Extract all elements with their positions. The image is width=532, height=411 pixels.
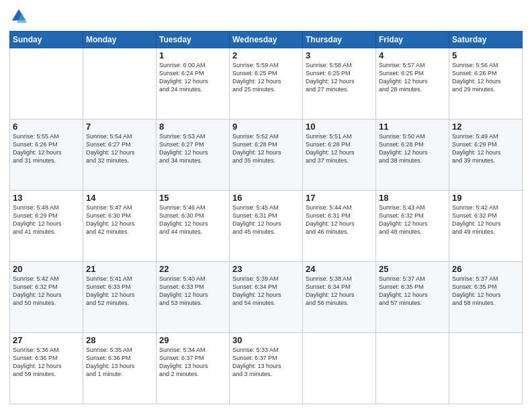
day-info: Sunrise: 5:36 AM Sunset: 6:36 PM Dayligh… [13, 346, 80, 379]
day-number: 23 [232, 264, 300, 274]
day-info: Sunrise: 5:42 AM Sunset: 6:32 PM Dayligh… [452, 203, 519, 236]
day-number: 19 [452, 193, 519, 203]
day-info: Sunrise: 5:33 AM Sunset: 6:37 PM Dayligh… [232, 346, 300, 379]
calendar-cell: 11Sunrise: 5:50 AM Sunset: 6:28 PM Dayli… [376, 120, 449, 191]
calendar-cell: 20Sunrise: 5:42 AM Sunset: 6:32 PM Dayli… [10, 262, 83, 333]
calendar-cell: 4Sunrise: 5:57 AM Sunset: 6:25 PM Daylig… [376, 48, 449, 120]
day-number: 17 [306, 193, 373, 203]
day-number: 21 [86, 264, 153, 274]
calendar-cell [376, 333, 449, 404]
day-info: Sunrise: 5:38 AM Sunset: 6:34 PM Dayligh… [306, 275, 373, 308]
day-number: 5 [452, 50, 519, 60]
calendar-cell: 23Sunrise: 5:39 AM Sunset: 6:34 PM Dayli… [230, 262, 303, 333]
day-info: Sunrise: 5:48 AM Sunset: 6:29 PM Dayligh… [13, 203, 80, 236]
calendar-table: SundayMondayTuesdayWednesdayThursdayFrid… [9, 31, 523, 404]
calendar-day-header: Wednesday [230, 32, 303, 48]
calendar-cell: 17Sunrise: 5:44 AM Sunset: 6:31 PM Dayli… [303, 191, 376, 262]
day-info: Sunrise: 6:00 AM Sunset: 6:24 PM Dayligh… [159, 61, 226, 94]
day-info: Sunrise: 5:58 AM Sunset: 6:25 PM Dayligh… [306, 61, 373, 94]
day-info: Sunrise: 5:37 AM Sunset: 6:35 PM Dayligh… [379, 275, 446, 308]
day-info: Sunrise: 5:45 AM Sunset: 6:31 PM Dayligh… [232, 203, 300, 236]
calendar-cell: 13Sunrise: 5:48 AM Sunset: 6:29 PM Dayli… [10, 191, 83, 262]
calendar-day-header: Saturday [449, 32, 523, 48]
day-info: Sunrise: 5:40 AM Sunset: 6:33 PM Dayligh… [159, 275, 226, 308]
day-info: Sunrise: 5:52 AM Sunset: 6:28 PM Dayligh… [232, 132, 300, 165]
day-info: Sunrise: 5:44 AM Sunset: 6:31 PM Dayligh… [306, 203, 373, 236]
calendar-cell: 22Sunrise: 5:40 AM Sunset: 6:33 PM Dayli… [157, 262, 230, 333]
calendar-day-header: Thursday [303, 32, 376, 48]
day-number: 13 [13, 193, 80, 203]
calendar-cell [83, 48, 157, 120]
calendar-cell [303, 333, 376, 404]
day-number: 6 [13, 122, 80, 132]
calendar-cell: 26Sunrise: 5:37 AM Sunset: 6:35 PM Dayli… [449, 262, 523, 333]
day-number: 14 [86, 193, 153, 203]
day-number: 4 [379, 50, 446, 60]
logo-icon [9, 7, 28, 26]
calendar-week-row: 20Sunrise: 5:42 AM Sunset: 6:32 PM Dayli… [10, 262, 523, 333]
day-info: Sunrise: 5:37 AM Sunset: 6:35 PM Dayligh… [452, 275, 519, 308]
day-number: 22 [159, 264, 226, 274]
day-info: Sunrise: 5:35 AM Sunset: 6:36 PM Dayligh… [86, 346, 153, 379]
day-number: 20 [13, 264, 80, 274]
day-number: 15 [159, 193, 226, 203]
day-number: 12 [452, 122, 519, 132]
day-info: Sunrise: 5:55 AM Sunset: 6:26 PM Dayligh… [13, 132, 80, 165]
calendar-day-header: Friday [376, 32, 449, 48]
calendar-week-row: 6Sunrise: 5:55 AM Sunset: 6:26 PM Daylig… [10, 120, 523, 191]
day-info: Sunrise: 5:42 AM Sunset: 6:32 PM Dayligh… [13, 275, 80, 308]
day-number: 7 [86, 122, 153, 132]
calendar-cell: 5Sunrise: 5:56 AM Sunset: 6:26 PM Daylig… [449, 48, 523, 120]
calendar-cell: 12Sunrise: 5:49 AM Sunset: 6:29 PM Dayli… [449, 120, 523, 191]
calendar-cell: 2Sunrise: 5:59 AM Sunset: 6:25 PM Daylig… [230, 48, 303, 120]
day-number: 18 [379, 193, 446, 203]
calendar-cell [10, 48, 83, 120]
calendar-cell: 7Sunrise: 5:54 AM Sunset: 6:27 PM Daylig… [83, 120, 157, 191]
calendar-cell: 3Sunrise: 5:58 AM Sunset: 6:25 PM Daylig… [303, 48, 376, 120]
day-info: Sunrise: 5:39 AM Sunset: 6:34 PM Dayligh… [232, 275, 300, 308]
calendar-week-row: 1Sunrise: 6:00 AM Sunset: 6:24 PM Daylig… [10, 48, 523, 120]
day-number: 3 [306, 50, 373, 60]
day-number: 26 [452, 264, 519, 274]
day-info: Sunrise: 5:43 AM Sunset: 6:32 PM Dayligh… [379, 203, 446, 236]
calendar-cell: 18Sunrise: 5:43 AM Sunset: 6:32 PM Dayli… [376, 191, 449, 262]
day-info: Sunrise: 5:56 AM Sunset: 6:26 PM Dayligh… [452, 61, 519, 94]
logo [9, 7, 30, 26]
calendar-cell: 6Sunrise: 5:55 AM Sunset: 6:26 PM Daylig… [10, 120, 83, 191]
day-number: 10 [306, 122, 373, 132]
calendar-day-header: Tuesday [157, 32, 230, 48]
day-info: Sunrise: 5:59 AM Sunset: 6:25 PM Dayligh… [232, 61, 300, 94]
calendar-day-header: Monday [83, 32, 157, 48]
day-info: Sunrise: 5:49 AM Sunset: 6:29 PM Dayligh… [452, 132, 519, 165]
calendar-cell: 30Sunrise: 5:33 AM Sunset: 6:37 PM Dayli… [230, 333, 303, 404]
calendar-week-row: 27Sunrise: 5:36 AM Sunset: 6:36 PM Dayli… [10, 333, 523, 404]
calendar-cell: 9Sunrise: 5:52 AM Sunset: 6:28 PM Daylig… [230, 120, 303, 191]
day-number: 30 [232, 335, 300, 345]
day-number: 25 [379, 264, 446, 274]
calendar-day-header: Sunday [10, 32, 83, 48]
calendar-cell: 28Sunrise: 5:35 AM Sunset: 6:36 PM Dayli… [83, 333, 157, 404]
calendar-cell: 24Sunrise: 5:38 AM Sunset: 6:34 PM Dayli… [303, 262, 376, 333]
calendar-cell: 21Sunrise: 5:41 AM Sunset: 6:33 PM Dayli… [83, 262, 157, 333]
day-info: Sunrise: 5:57 AM Sunset: 6:25 PM Dayligh… [379, 61, 446, 94]
day-info: Sunrise: 5:54 AM Sunset: 6:27 PM Dayligh… [86, 132, 153, 165]
calendar-cell [449, 333, 523, 404]
day-info: Sunrise: 5:47 AM Sunset: 6:30 PM Dayligh… [86, 203, 153, 236]
calendar-header-row: SundayMondayTuesdayWednesdayThursdayFrid… [10, 32, 523, 48]
day-info: Sunrise: 5:41 AM Sunset: 6:33 PM Dayligh… [86, 275, 153, 308]
day-number: 24 [306, 264, 373, 274]
calendar-cell: 10Sunrise: 5:51 AM Sunset: 6:28 PM Dayli… [303, 120, 376, 191]
day-number: 29 [159, 335, 226, 345]
calendar-cell: 8Sunrise: 5:53 AM Sunset: 6:27 PM Daylig… [157, 120, 230, 191]
day-info: Sunrise: 5:46 AM Sunset: 6:30 PM Dayligh… [159, 203, 226, 236]
day-number: 11 [379, 122, 446, 132]
day-info: Sunrise: 5:53 AM Sunset: 6:27 PM Dayligh… [159, 132, 226, 165]
day-number: 2 [232, 50, 300, 60]
calendar-cell: 1Sunrise: 6:00 AM Sunset: 6:24 PM Daylig… [157, 48, 230, 120]
calendar-cell: 29Sunrise: 5:34 AM Sunset: 6:37 PM Dayli… [157, 333, 230, 404]
day-number: 27 [13, 335, 80, 345]
day-number: 8 [159, 122, 226, 132]
calendar-cell: 16Sunrise: 5:45 AM Sunset: 6:31 PM Dayli… [230, 191, 303, 262]
calendar-cell: 19Sunrise: 5:42 AM Sunset: 6:32 PM Dayli… [449, 191, 523, 262]
calendar-cell: 27Sunrise: 5:36 AM Sunset: 6:36 PM Dayli… [10, 333, 83, 404]
